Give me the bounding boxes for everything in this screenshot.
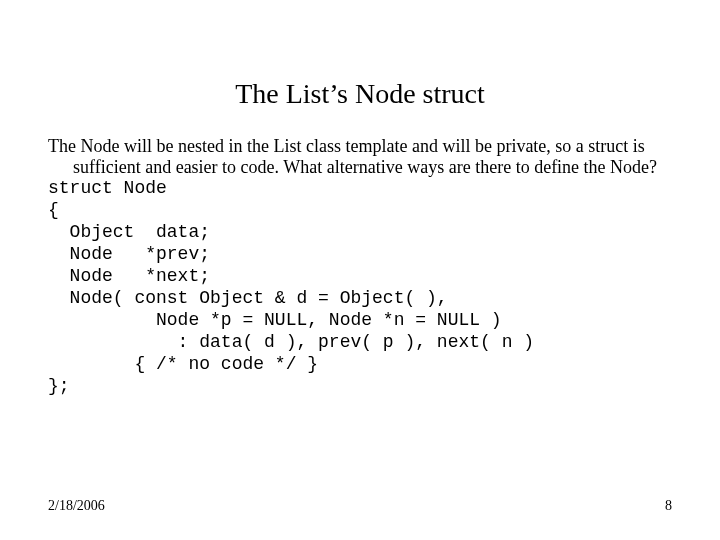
page-title: The List’s Node struct <box>0 78 720 110</box>
code-line: : data( d ), prev( p ), next( n ) <box>48 332 684 354</box>
code-line: { /* no code */ } <box>48 354 684 376</box>
intro-paragraph: The Node will be nested in the List clas… <box>48 136 684 178</box>
code-line: Node *next; <box>48 266 684 288</box>
footer-page-number: 8 <box>665 498 672 514</box>
code-line: Node *prev; <box>48 244 684 266</box>
code-line: Object data; <box>48 222 684 244</box>
code-line: Node *p = NULL, Node *n = NULL ) <box>48 310 684 332</box>
slide-body: The Node will be nested in the List clas… <box>48 136 684 398</box>
code-line: }; <box>48 376 684 398</box>
code-line: { <box>48 200 684 222</box>
code-line: struct Node <box>48 178 684 200</box>
footer-date: 2/18/2006 <box>48 498 105 514</box>
slide: The List’s Node struct The Node will be … <box>0 0 720 540</box>
code-line: Node( const Object & d = Object( ), <box>48 288 684 310</box>
